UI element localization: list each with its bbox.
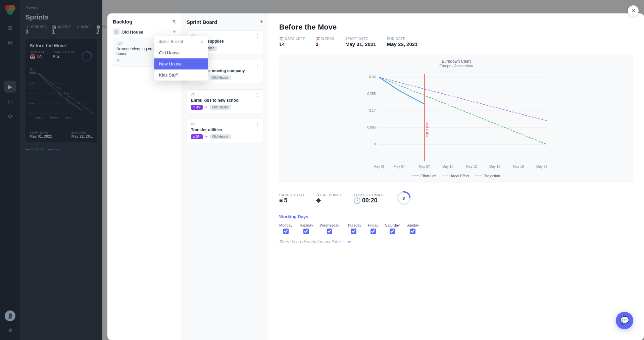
- meta-end-date: END DATE May 22, 2021: [387, 37, 418, 47]
- no-description: There is no description available... ✏: [279, 239, 633, 244]
- add-bucket-button[interactable]: +: [173, 29, 176, 35]
- card-menu-3[interactable]: ⋮: [255, 63, 260, 68]
- day-wednesday: Wednesday: [320, 223, 339, 234]
- stat-tasks-estimate: TASKS ESTIMATE 🕐 00:20: [353, 193, 385, 204]
- bucket-dropdown: Select Bucket ✕ Old House New House Kids…: [154, 36, 208, 81]
- backlog-header: Backlog ⚗: [113, 19, 176, 25]
- bucket-num: 1: [113, 29, 119, 35]
- day-thursday: Thursday: [346, 223, 361, 234]
- wednesday-checkbox[interactable]: [327, 229, 332, 234]
- svg-text:End of day: End of day: [426, 123, 429, 137]
- svg-text:May 10: May 10: [442, 165, 453, 168]
- card-footer-5: ≡ 0/2 ✳ Old House: [191, 105, 259, 110]
- right-panel: Before the Move 📅 DAYS LEFT 14 📅 WEEKS 3…: [268, 13, 644, 340]
- meta-end-date-value: May 22, 2021: [387, 41, 418, 47]
- right-meta: 📅 DAYS LEFT 14 📅 WEEKS 3 START DATE May …: [279, 37, 633, 47]
- card-bucket-5: Old House: [210, 105, 231, 110]
- saturday-checkbox[interactable]: [390, 229, 395, 234]
- task-badge-8: ≡ 0/4: [191, 134, 203, 139]
- dropdown-item-kids-stuff[interactable]: Kids Stuff: [154, 69, 208, 81]
- meta-days-left-value: 14: [279, 41, 305, 47]
- modal-container: Backlog ⚗ 1 Old House + #13 Arrange clea…: [107, 13, 644, 340]
- sprint-board-title: Sprint Board: [187, 19, 217, 25]
- sunday-checkbox[interactable]: [410, 229, 415, 234]
- card-menu-5[interactable]: ⋮: [255, 92, 260, 98]
- svg-line-43: [379, 77, 547, 121]
- card-title-8: Transfer utilities: [191, 128, 259, 132]
- dropdown-item-old-house[interactable]: Old House: [154, 47, 208, 58]
- days-row: Monday Tuesday Wednesday Thursday Friday: [279, 223, 633, 234]
- chart-container: Burndown Chart Europe / Amsterdam 0.34 0…: [279, 54, 633, 183]
- chart-legend: Effort Left Ideal Effort Projection: [285, 174, 628, 178]
- card-menu-8[interactable]: ⋮: [255, 122, 260, 127]
- chart-main-title: Burndown Chart: [285, 59, 628, 64]
- svg-text:0.085: 0.085: [367, 126, 376, 129]
- chart-title-area: Burndown Chart Europe / Amsterdam: [285, 59, 628, 68]
- day-monday: Monday: [279, 223, 292, 234]
- bottom-stats: CARDS TOTAL ≡ 5 TOTAL POINTS ✳ TASKS EST…: [279, 190, 633, 207]
- svg-text:May 07: May 07: [419, 165, 430, 168]
- svg-text:May 22: May 22: [536, 165, 547, 168]
- svg-text:May 01: May 01: [374, 165, 385, 168]
- backlog-title: Backlog: [113, 19, 132, 25]
- card-num-8: #8: [191, 123, 259, 126]
- sprint-card-5[interactable]: ⋮ #5 Enroll kids to new school ≡ 0/2 ✳ O…: [187, 89, 263, 113]
- edit-description-icon[interactable]: ✏: [347, 239, 351, 244]
- svg-text:May 04: May 04: [394, 165, 405, 168]
- card-bucket-8: Old House: [210, 134, 231, 139]
- burndown-chart: 0.34 0.255 0.17 0.085 0 May 01 May 04 Ma…: [285, 70, 628, 171]
- working-days-title: Working Days: [279, 214, 633, 219]
- card-menu-14[interactable]: ⋮: [255, 33, 260, 39]
- backlog-panel: Backlog ⚗ 1 Old House + #13 Arrange clea…: [107, 13, 181, 340]
- bucket-name: Old House: [121, 30, 171, 35]
- task-badge-5: ≡ 0/2: [191, 105, 203, 110]
- svg-text:0.255: 0.255: [367, 92, 376, 96]
- meta-start-date: START DATE May 01, 2021: [345, 37, 376, 47]
- card-footer-8: ≡ 0/4 ✳ Old House: [191, 134, 259, 139]
- dropdown-close-button[interactable]: ✕: [200, 39, 204, 44]
- close-button[interactable]: ✕: [628, 5, 639, 16]
- card-star-8: ✳: [205, 135, 208, 139]
- chat-button[interactable]: 💬: [616, 312, 633, 329]
- svg-text:0.17: 0.17: [369, 109, 376, 112]
- filter-icon[interactable]: ⚗: [171, 19, 176, 25]
- svg-text:3: 3: [403, 196, 405, 200]
- day-sunday: Sunday: [406, 223, 419, 234]
- stat-cards-total: CARDS TOTAL ≡ 5: [279, 193, 305, 204]
- right-panel-title: Before the Move: [279, 23, 633, 32]
- day-saturday: Saturday: [385, 223, 400, 234]
- meta-weeks-value: 3: [316, 41, 335, 47]
- bucket-header: 1 Old House +: [113, 29, 176, 35]
- sprint-board-add-button[interactable]: +: [260, 19, 263, 25]
- dropdown-header: Select Bucket ✕: [154, 36, 208, 47]
- dropdown-item-new-house[interactable]: New House: [154, 58, 208, 69]
- svg-text:0: 0: [374, 142, 376, 146]
- working-days-section: Working Days Monday Tuesday Wednesday Th…: [279, 214, 633, 244]
- meta-days-left: 📅 DAYS LEFT 14: [279, 37, 305, 47]
- thursday-checkbox[interactable]: [351, 229, 356, 234]
- day-friday: Friday: [368, 223, 379, 234]
- stat-progress-ring: 3: [396, 190, 412, 207]
- friday-checkbox[interactable]: [370, 229, 376, 234]
- day-tuesday: Tuesday: [299, 223, 313, 234]
- dropdown-title: Select Bucket: [158, 39, 183, 44]
- card-title-5: Enroll kids to new school: [191, 98, 259, 103]
- meta-weeks: 📅 WEEKS 3: [316, 37, 335, 47]
- tuesday-checkbox[interactable]: [303, 229, 309, 234]
- svg-text:May 16: May 16: [489, 165, 500, 168]
- svg-text:May 13: May 13: [466, 165, 477, 168]
- svg-text:0.34: 0.34: [369, 75, 376, 79]
- card-num-5: #5: [191, 93, 259, 97]
- svg-text:May 19: May 19: [513, 165, 524, 168]
- stat-total-points: TOTAL POINTS ✳: [316, 193, 342, 204]
- sprint-card-8[interactable]: ⋮ #8 Transfer utilities ≡ 0/4 ✳ Old Hous…: [187, 119, 263, 143]
- card-star: ✳: [116, 58, 120, 63]
- card-star-5: ✳: [205, 105, 208, 109]
- chart-subtitle: Europe / Amsterdam: [285, 64, 628, 68]
- sprint-board-header: Sprint Board +: [187, 19, 263, 25]
- card-bucket-3: Old House: [210, 75, 231, 80]
- monday-checkbox[interactable]: [283, 229, 289, 234]
- meta-start-date-value: May 01, 2021: [345, 41, 376, 47]
